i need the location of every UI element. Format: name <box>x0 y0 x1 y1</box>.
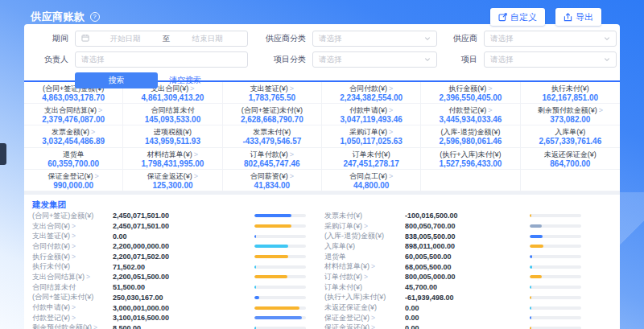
stat-bar-fill <box>530 316 531 319</box>
side-drawer-handle[interactable] <box>0 143 6 165</box>
supplier-category-placeholder: 请选择 <box>319 34 342 44</box>
stat-label[interactable]: 合同付款(¥)> <box>32 241 113 252</box>
group-stat-row: (合同+签证)金额(¥)2,450,071,501.00 <box>32 211 306 221</box>
clear-search-link[interactable]: 清空搜索 <box>169 75 201 86</box>
group-name-link[interactable]: 建发集团 <box>32 199 66 209</box>
stat-label[interactable]: 剩余预付款金额(¥)> <box>32 323 113 329</box>
stat-value: 0.00 <box>113 232 225 241</box>
metric-label: 剩余预付款金额(¥)> <box>521 106 620 115</box>
metric-card[interactable]: 保证金登记(¥)>990,000.00 <box>24 170 123 191</box>
group-stat-row: 材料结算单(¥)>68,005,500.00 <box>324 261 581 272</box>
stat-bar-fill <box>530 245 543 248</box>
metric-card[interactable]: 保证金返还(¥)>125,300.00 <box>123 170 222 191</box>
metric-value: 143,959,511.93 <box>123 137 221 146</box>
metric-card[interactable]: 订单付款(¥)>802,645,747.46 <box>223 148 322 170</box>
stat-value: -100,016,500.00 <box>405 212 518 220</box>
stat-label[interactable]: 材料结算单(¥)> <box>324 261 405 272</box>
chevron-right-icon: > <box>599 106 603 114</box>
stat-label[interactable]: 保证金登记(¥)> <box>324 313 405 323</box>
metric-label: 合同点工(¥)> <box>322 172 420 181</box>
metric-card[interactable]: 采购订单(¥)>1,050,117,025.63 <box>322 125 421 147</box>
metric-card[interactable]: 支出合同结算(¥)>2,379,476,087.00 <box>24 104 123 125</box>
metric-value: 162,167,851.00 <box>521 93 620 103</box>
group-stat-row: 订单付款(¥)>800,005,000.00 <box>324 272 581 282</box>
stat-bar-track <box>530 275 581 278</box>
search-button[interactable]: 搜索 <box>75 72 158 88</box>
metric-value: 4,863,093,178.70 <box>24 93 122 103</box>
chevron-down-icon <box>604 56 610 64</box>
owner-input[interactable]: 请选择 <box>75 51 248 68</box>
stat-value: 68,005,500.00 <box>405 263 518 271</box>
chevron-right-icon: > <box>389 106 393 114</box>
stat-value: 800,005,000.00 <box>405 273 518 281</box>
supplier-label: 供应商 <box>445 33 477 44</box>
stat-bar-fill <box>530 224 542 228</box>
metric-card[interactable]: 材料结算单(¥)>1,798,431,995.00 <box>123 148 222 170</box>
help-icon[interactable]: ? <box>90 12 100 22</box>
chevron-right-icon: > <box>389 172 393 180</box>
metric-card[interactable]: 付款登记(¥)>3,445,934,033.46 <box>421 104 520 125</box>
stat-label: 发票未付(¥) <box>324 211 405 221</box>
metric-card: 订单未付(¥)247,451,278.17 <box>322 148 421 170</box>
stat-label: (入库-退货)金额(¥) <box>324 231 405 241</box>
metric-label: (合同+签证)未付(¥) <box>223 106 321 115</box>
stat-label[interactable]: 支出合同结算(¥)> <box>32 272 113 282</box>
project-category-select[interactable]: 请选择 <box>312 51 437 68</box>
metric-label: 发票金额(¥)> <box>24 128 122 137</box>
customize-button[interactable]: 自定义 <box>490 8 545 26</box>
chevron-right-icon: > <box>91 128 95 136</box>
stat-bar-fill <box>254 224 291 228</box>
project-select[interactable]: 请选择 <box>484 51 617 68</box>
stat-label[interactable]: 采购订单(¥)> <box>324 221 405 232</box>
end-date-placeholder[interactable]: 结束日期 <box>173 34 242 44</box>
stat-label[interactable]: 支出合同(¥)> <box>32 221 113 232</box>
metric-value: 990,000.00 <box>24 181 122 191</box>
chevron-right-icon: > <box>194 172 198 180</box>
chevron-right-icon: > <box>72 303 76 311</box>
stat-bar-fill <box>530 286 531 289</box>
metric-value: 2,234,382,554.00 <box>322 93 420 103</box>
stat-label[interactable]: 付款登记(¥)> <box>32 313 113 323</box>
metric-card: 发票未付(¥)-433,479,546.57 <box>223 125 322 147</box>
stat-label[interactable]: 支出签证(¥)> <box>32 231 113 241</box>
group-stats-left-column: (合同+签证)金额(¥)2,450,071,501.00支出合同(¥)>2,45… <box>24 211 322 329</box>
stat-value: 2,200,051,500.00 <box>113 273 225 281</box>
metric-value: 2,379,476,087.00 <box>24 115 122 125</box>
export-button[interactable]: 导出 <box>555 8 601 26</box>
stat-label[interactable]: 订单付款(¥)> <box>324 272 405 282</box>
stat-value: 838,005,500.00 <box>405 232 518 241</box>
owner-label: 负责人 <box>32 54 68 65</box>
chevron-right-icon: > <box>371 314 375 322</box>
stat-value: 71,502.00 <box>113 263 225 271</box>
stat-label[interactable]: 保证金返还(¥)> <box>324 323 405 329</box>
metric-card[interactable]: 付款申请(¥)>3,047,119,493.46 <box>322 104 421 125</box>
chevron-right-icon: > <box>364 273 368 281</box>
stat-bar-fill <box>254 265 256 269</box>
supplier-select[interactable]: 请选择 <box>484 31 617 47</box>
stat-bar-track <box>530 214 581 217</box>
export-label: 导出 <box>576 11 593 23</box>
stat-bar-fill <box>530 296 531 299</box>
stat-label[interactable]: 执行金额(¥)> <box>32 252 113 262</box>
metric-value: 802,645,747.46 <box>223 159 321 169</box>
stat-value: 250,030,167.00 <box>113 294 225 302</box>
metric-value: 145,093,533.00 <box>123 115 221 125</box>
metric-card[interactable]: 剩余预付款金额(¥)>373,082.00 <box>521 104 620 125</box>
metric-card[interactable]: 发票金额(¥)>3,032,454,486.89 <box>24 125 123 147</box>
filter-section: 期间 开始日期 至 结束日期 供应商分类 请选择 供应商 请选择 负责人 <box>24 24 620 80</box>
metric-card[interactable]: 合同点工(¥)>44,800.00 <box>322 170 421 191</box>
metric-label: 入库单(¥) <box>521 128 620 137</box>
start-date-placeholder[interactable]: 开始日期 <box>91 34 159 44</box>
supplier-category-select[interactable]: 请选择 <box>312 31 437 47</box>
stat-value: -61,939,498.00 <box>405 294 518 302</box>
stat-bar-track <box>530 224 581 228</box>
metric-card[interactable]: 合同薪资(¥)>41,834.00 <box>223 170 322 191</box>
stat-bar-track <box>254 245 306 248</box>
period-range-input[interactable]: 开始日期 至 结束日期 <box>75 31 248 47</box>
stat-label[interactable]: 付款申请(¥)> <box>32 302 113 313</box>
stat-value: 0.00 <box>405 314 518 322</box>
group-stat-row: 发票未付(¥)-100,016,500.00 <box>324 211 581 221</box>
date-range-separator: 至 <box>163 34 171 44</box>
metric-label: 发票未付(¥) <box>223 128 321 137</box>
stat-bar-track <box>530 286 581 289</box>
